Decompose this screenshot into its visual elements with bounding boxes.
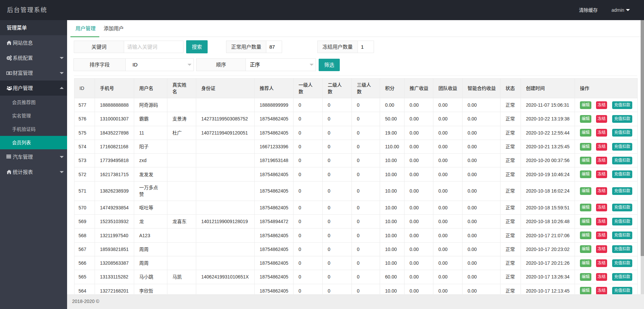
svg-text:1: 1 — [9, 72, 10, 74]
